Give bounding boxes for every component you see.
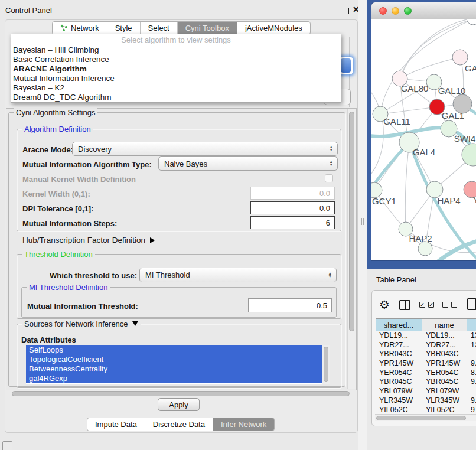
control-panel-titlebar: Control Panel — [0, 2, 367, 18]
node-label: GAL11 — [383, 116, 410, 126]
table-row[interactable]: YER054CYER054C8. — [376, 369, 476, 378]
tab-jactivemnodules[interactable]: jActiveMNodules — [237, 22, 310, 34]
network-canvas[interactable]: GALGAL80GAL10GAL1GAL11SWI4GAL4GCY1HAP4YH… — [371, 19, 476, 260]
table-cell: YLR345W — [422, 396, 467, 406]
table-cell: YBL079W — [376, 387, 422, 396]
tab-infer-network[interactable]: Infer Network — [213, 418, 274, 431]
table-cell: 12 — [467, 341, 476, 350]
algorithm-option[interactable]: Mutual Information Inference — [11, 74, 341, 83]
tab-impute-data[interactable]: Impute Data — [87, 418, 145, 431]
algorithm-option[interactable]: Dream8 DC_TDC Algorithm — [11, 93, 341, 102]
network-node[interactable] — [462, 144, 476, 166]
column-header[interactable]: A — [467, 319, 476, 331]
mi-steps-field[interactable]: 6 — [250, 216, 335, 229]
table-cell: YLR345W — [376, 396, 422, 406]
table-row[interactable]: YDR27...YDR27...12 — [376, 341, 476, 350]
attributes-scrollbar[interactable] — [322, 345, 330, 384]
sources-group-title[interactable]: Sources for Network Inference — [22, 319, 141, 328]
algorithm-option[interactable]: Bayesian – Hill Climbing — [11, 45, 341, 55]
control-panel-title: Control Panel — [0, 6, 52, 15]
tab-cyni-toolbox[interactable]: Cyni Toolbox — [177, 22, 237, 34]
collapse-down-icon — [132, 321, 138, 326]
algorithm-option[interactable]: Bayesian – K2 — [11, 83, 341, 93]
table-header-row: shared...nameA — [376, 318, 476, 331]
network-edge[interactable] — [400, 19, 472, 79]
node-label: GAL80 — [401, 83, 429, 93]
columns-icon[interactable] — [399, 300, 410, 310]
mi-threshold-field[interactable]: 0.5 — [248, 298, 332, 312]
select-all-checkboxes-icon[interactable]: ✓✓ — [419, 302, 434, 308]
which-threshold-select[interactable]: MI Threshold ▲▼ — [139, 268, 337, 282]
table-cell: YBR045C — [376, 377, 422, 387]
network-view-area: GALGAL80GAL10GAL1GAL11SWI4GAL4GCY1HAP4YH… — [367, 0, 476, 269]
table-row[interactable]: YBR043CYBR043C — [376, 350, 476, 359]
deselect-all-checkboxes-icon[interactable] — [442, 302, 457, 308]
algorithm-option[interactable]: Basic Correlation Inference — [11, 55, 341, 64]
tab-network[interactable]: Network — [53, 22, 107, 34]
settings-vscrollbar[interactable] — [347, 109, 356, 389]
tab-select[interactable]: Select — [140, 22, 177, 34]
aracne-mode-value: Discovery — [78, 145, 112, 154]
network-window: GALGAL80GAL10GAL1GAL11SWI4GAL4GCY1HAP4YH… — [371, 2, 476, 260]
attribute-item[interactable]: BetweennessCentrality — [26, 364, 330, 374]
dpi-tolerance-field[interactable]: 0.0 — [250, 201, 335, 214]
mi-threshold-value: 0.5 — [317, 301, 327, 310]
network-edge[interactable] — [400, 19, 472, 79]
aracne-mode-select[interactable]: Discovery ▲▼ — [72, 142, 338, 156]
manual-kernel-label: Manual Kernel Width Definition — [22, 175, 136, 184]
table-row[interactable]: YDL19...YDL19...13 — [376, 331, 476, 341]
attribute-item[interactable]: gal4RGexp — [26, 374, 330, 383]
export-table-icon[interactable] — [467, 298, 476, 310]
mi-type-select[interactable]: Naive Bayes ▲▼ — [158, 156, 338, 171]
collapsed-panel-icon[interactable] — [2, 441, 12, 450]
float-panel-icon[interactable] — [343, 8, 349, 14]
minimize-traffic-light-icon[interactable] — [392, 7, 399, 15]
combo-arrows-icon: ▲▼ — [330, 161, 337, 166]
attribute-item[interactable]: TopologicalCoefficient — [26, 355, 330, 364]
column-header[interactable]: name — [422, 319, 467, 331]
table-row[interactable]: YBR045CYBR045C9. — [376, 377, 476, 387]
divider-grip-icon[interactable] — [361, 218, 364, 225]
table-row[interactable]: YPR145WYPR145W9. — [376, 359, 476, 369]
hub-definition-expander[interactable]: Hub/Transcription Factor Definition — [22, 236, 155, 244]
node-label: SWI4 — [454, 133, 476, 144]
gear-icon[interactable]: ⚙ — [379, 298, 390, 312]
tab-label: Impute Data — [95, 420, 137, 429]
mi-type-label: Mutual Information Algorithm Type: — [22, 160, 152, 169]
table-cell: YBR043C — [422, 350, 467, 359]
table-row[interactable]: YBL079WYBL079W — [376, 387, 476, 396]
network-node[interactable] — [467, 19, 476, 25]
apply-button[interactable]: Apply — [158, 398, 200, 411]
table-cell: YBR043C — [376, 350, 422, 359]
network-window-titlebar[interactable] — [371, 2, 476, 19]
threshold-definition-title: Threshold Definition — [22, 250, 95, 259]
network-edge[interactable] — [371, 90, 383, 176]
network-edge[interactable] — [380, 107, 437, 114]
network-edge[interactable] — [405, 142, 409, 229]
cyni-bottom-tabs: Impute DataDiscretize DataInfer Network — [87, 418, 275, 431]
table-cell: YDL19... — [422, 331, 467, 341]
tab-discretize-data[interactable]: Discretize Data — [145, 418, 213, 431]
kernel-width-value: 0.0 — [319, 189, 330, 198]
column-header[interactable]: shared... — [376, 319, 422, 331]
algorithm-option[interactable]: ARACNE Algorithm — [11, 64, 341, 74]
table-hscrollbar[interactable] — [375, 414, 476, 421]
tab-label: Style — [115, 24, 132, 32]
table-row[interactable]: YLR345WYLR345W9. — [376, 396, 476, 406]
attribute-item[interactable]: SelfLoops — [26, 345, 330, 355]
tab-style[interactable]: Style — [107, 22, 140, 34]
zoom-traffic-light-icon[interactable] — [404, 7, 412, 15]
mi-steps-value: 6 — [326, 219, 330, 227]
table-cell: YDL19... — [376, 331, 422, 341]
close-traffic-light-icon[interactable] — [379, 7, 387, 15]
screen: Control Panel ✕ NetworkStyleSelectCyni T… — [0, 0, 476, 450]
split-divider[interactable] — [358, 0, 367, 450]
settings-hscrollbar[interactable] — [11, 391, 352, 397]
table-cell: YBR045C — [422, 377, 467, 387]
table-row[interactable]: YIL052CYIL052C9 — [376, 406, 476, 415]
expand-right-icon — [150, 237, 155, 243]
node-label: GAL4 — [413, 147, 435, 157]
node-label: Y — [473, 195, 476, 205]
network-node[interactable] — [418, 242, 432, 256]
table-panel-titlebar: Table Panel — [367, 269, 476, 290]
